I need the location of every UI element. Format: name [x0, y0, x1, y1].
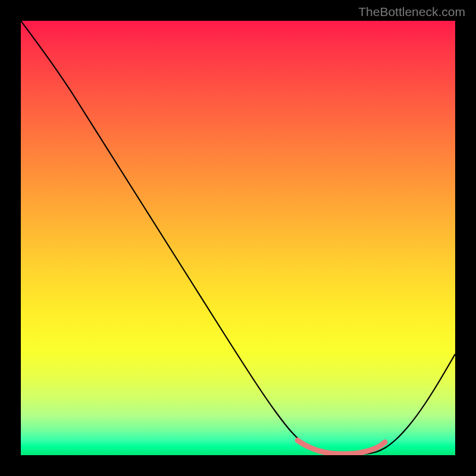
chart-area: [21, 21, 455, 455]
bottom-marker-path: [298, 440, 385, 454]
chart-svg: [21, 21, 455, 455]
watermark-text: TheBottleneck.com: [358, 5, 465, 19]
bottleneck-curve-path: [21, 21, 455, 455]
